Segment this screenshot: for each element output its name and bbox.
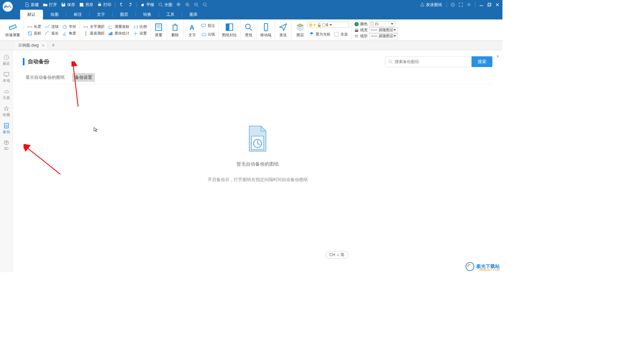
svg-point-29 — [246, 24, 250, 29]
svg-rect-25 — [173, 25, 177, 31]
help-button[interactable]: ? — [450, 2, 456, 8]
open-button[interactable]: 打开 — [42, 1, 58, 8]
menu-library[interactable]: 图库 — [182, 10, 205, 19]
sidebar-item-cloud[interactable]: 云盘 — [0, 88, 12, 101]
undo-button[interactable] — [118, 2, 125, 8]
empty-state-icon — [244, 124, 271, 155]
save-button[interactable]: 保存 — [60, 1, 76, 8]
menu-layer[interactable]: 图层 — [113, 10, 136, 19]
menu-tools[interactable]: 工具 — [159, 10, 182, 19]
svg-text:?: ? — [452, 3, 454, 6]
maximize-button[interactable] — [486, 2, 492, 8]
print-button[interactable]: 打印 — [96, 1, 113, 8]
cloud-button[interactable]: 云线 — [200, 31, 216, 39]
vdist-button[interactable]: 垂直测距 — [82, 31, 106, 37]
ime-indicator[interactable]: CH ♫ 简 — [326, 251, 348, 259]
svg-point-23 — [135, 33, 136, 34]
send-button[interactable]: 发送 — [276, 22, 290, 38]
comment-icon — [201, 23, 206, 28]
search-icon — [388, 59, 393, 64]
calc-button[interactable]: 算量 — [152, 22, 165, 38]
blockstats-icon — [108, 31, 113, 36]
svg-point-31 — [266, 30, 266, 30]
sun-icon: ☀ — [313, 23, 316, 27]
tab-show-backup[interactable]: 显示自动备份的图纸 — [23, 73, 67, 82]
continuous-button[interactable]: 连续 — [43, 24, 60, 30]
close-tab-button[interactable]: × — [42, 43, 44, 48]
mobile-button[interactable]: 移动端 — [258, 22, 273, 38]
print-icon — [97, 2, 102, 7]
fullscreen-icon — [459, 2, 463, 7]
svg-rect-6 — [178, 4, 179, 5]
radius-button[interactable]: 半径 — [61, 24, 77, 30]
new-button[interactable]: 新建 — [23, 1, 40, 8]
search-button[interactable]: 搜索 — [472, 56, 492, 67]
text-button[interactable]: A文字 — [185, 22, 199, 38]
sidebar-item-3d[interactable]: 3D — [0, 139, 12, 151]
find-button[interactable]: 查找 — [242, 22, 255, 38]
area-button[interactable]: 面积 — [26, 31, 43, 37]
zoom-extents-button[interactable]: 全图 — [157, 1, 174, 8]
zoom-realtime-button[interactable] — [201, 2, 209, 8]
send-drawing-button[interactable]: 发送图纸 — [419, 1, 443, 8]
menu-text[interactable]: 文字 — [90, 10, 112, 19]
measure-settings-button[interactable]: 设置 — [131, 31, 148, 37]
redo-icon — [128, 2, 132, 7]
layer-selector[interactable]: ☀ 🔓 0 — [308, 22, 349, 28]
select-all-button[interactable]: 全选 — [332, 31, 349, 39]
svg-point-38 — [389, 60, 391, 63]
svg-rect-13 — [488, 4, 490, 6]
tab-backup-settings[interactable]: 备份设置 — [72, 73, 95, 82]
menu-draw[interactable]: 绘图 — [43, 10, 66, 19]
zoom-window-button[interactable] — [175, 2, 182, 8]
page-title: 自动备份 — [28, 58, 49, 65]
coord-button[interactable]: 测量坐标 — [107, 24, 131, 30]
svg-rect-15 — [9, 25, 16, 30]
angle-icon — [62, 31, 67, 36]
close-button[interactable] — [494, 2, 500, 8]
zoom-in-button[interactable] — [184, 2, 191, 8]
svg-point-12 — [468, 4, 470, 5]
scale-button[interactable]: 1:1比例 — [131, 24, 148, 30]
pizhu-button[interactable]: 批注 — [200, 22, 216, 30]
menu-default[interactable]: 默认 — [20, 10, 43, 19]
layer-button[interactable]: 图层 — [293, 22, 307, 38]
title-accent — [23, 58, 24, 65]
saveas-button[interactable]: 另存 — [78, 1, 95, 8]
menu-annotate[interactable]: 标注 — [66, 10, 89, 19]
block-stats-button[interactable]: 图块统计 — [107, 31, 131, 37]
svg-rect-24 — [156, 24, 162, 31]
search-box[interactable] — [385, 56, 472, 67]
quick-measure-button[interactable]: 快速测量 — [3, 22, 22, 38]
sidebar-item-recent[interactable]: 最近 — [0, 54, 12, 67]
minimize-button[interactable] — [478, 2, 484, 8]
save-icon — [61, 2, 66, 7]
panel-close-button[interactable]: × — [496, 54, 499, 59]
saveas-icon — [79, 2, 84, 7]
zoom-out-button[interactable] — [193, 2, 200, 8]
sidebar-item-backup[interactable]: 备份 — [0, 122, 12, 135]
arc-length-button[interactable]: 弧长 — [43, 31, 60, 37]
file-tab[interactable]: 示例图.dwg × — [15, 41, 48, 50]
title-bar: 新建 打开 保存 另存 打印 平移 全图 发送图纸 ? — [0, 0, 502, 9]
length-button[interactable]: 长度 — [26, 24, 43, 30]
menu-convert[interactable]: 转换 — [136, 10, 159, 19]
lineweight-selector[interactable]: 跟随图层 — [369, 27, 398, 33]
angle-button[interactable]: 角度 — [61, 31, 77, 37]
set-current-layer-button[interactable]: 置为当前 — [308, 31, 332, 39]
redo-button[interactable] — [126, 2, 134, 8]
settings-button[interactable] — [466, 2, 472, 8]
delete-button[interactable]: 删除 — [168, 22, 182, 38]
new-tab-button[interactable]: + — [48, 42, 58, 49]
fullscreen-button[interactable] — [458, 2, 464, 8]
file-tab-bar: 示例图.dwg × + — [0, 41, 502, 50]
linetype-selector[interactable]: 跟随图层 — [369, 33, 398, 39]
hdist-button[interactable]: 水平测距 — [82, 24, 106, 30]
color-selector[interactable]: 白 — [369, 21, 395, 27]
pan-button[interactable]: 平移 — [139, 1, 156, 8]
sidebar-item-local[interactable]: 本地 — [0, 71, 12, 84]
sidebar-item-favorites[interactable]: 收藏 — [0, 105, 12, 118]
maximize-icon — [487, 3, 491, 7]
compare-button[interactable]: 图纸对比 — [220, 22, 239, 38]
search-input[interactable] — [395, 59, 469, 64]
